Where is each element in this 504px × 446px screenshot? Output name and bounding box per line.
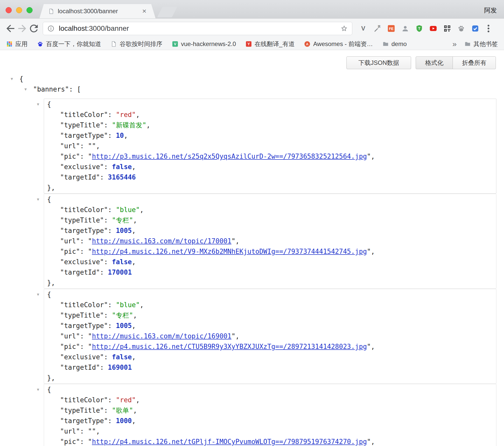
- json-line: "exclusive": false,: [44, 352, 496, 362]
- bookmark-item[interactable]: 谷歌按时间排序: [110, 40, 162, 48]
- json-line: "pic": "http://p4.music.126.net/V9-MXz6b…: [44, 246, 496, 257]
- json-url-link[interactable]: http://p4.music.126.net/V9-MXz6b2MNhEKju…: [92, 248, 367, 255]
- bookmark-label: 应用: [15, 40, 27, 48]
- json-line: "exclusive": false,: [44, 162, 496, 172]
- bookmarks-bar: 应用百度一下，你就知道谷歌按时间排序Vvue-hackernews-2.0Y在线…: [0, 38, 504, 50]
- translate-extension-icon[interactable]: 英: [372, 24, 382, 33]
- new-tab-button[interactable]: [157, 7, 177, 17]
- json-line: "url": "",: [44, 426, 496, 437]
- browser-tab[interactable]: localhost:3000/banner ×: [39, 4, 156, 18]
- address-bar[interactable]: localhost:3000/banner: [43, 22, 352, 35]
- vimium-extension-icon[interactable]: V: [358, 24, 368, 33]
- svg-text:V: V: [174, 42, 176, 46]
- json-line: ▼{: [44, 99, 496, 110]
- person-extension-icon[interactable]: [400, 24, 410, 33]
- svg-text:T: T: [418, 26, 421, 31]
- json-line: ▼"banners": [: [0, 84, 504, 95]
- youtube-extension-icon[interactable]: [428, 24, 438, 33]
- page-icon: [48, 8, 54, 14]
- json-line: "exclusive": false,: [44, 257, 496, 267]
- json-line: },: [44, 183, 496, 193]
- bookmark-item[interactable]: demo: [382, 40, 407, 48]
- reload-icon[interactable]: [28, 23, 40, 34]
- json-url-link[interactable]: http://music.163.com/m/topic/170001: [92, 237, 231, 245]
- bookmark-item[interactable]: 百度一下，你就知道: [37, 40, 101, 48]
- qr-extension-icon[interactable]: [442, 24, 452, 33]
- json-line: "pic": "http://p4.music.126.net/tGPljf-I…: [44, 437, 496, 446]
- forward-icon[interactable]: [16, 23, 28, 34]
- bookmark-label: 谷歌按时间排序: [120, 40, 162, 48]
- greenshield-extension-icon[interactable]: T: [414, 24, 424, 33]
- folder-icon: [464, 41, 471, 47]
- json-url-link[interactable]: http://music.163.com/m/topic/169001: [92, 332, 231, 340]
- vue-icon: V: [172, 41, 178, 47]
- json-line: "typeTitle": "新碟首发",: [44, 120, 496, 130]
- json-line: "titleColor": "blue",: [44, 300, 496, 310]
- collapse-toggle-icon[interactable]: ▼: [24, 84, 27, 95]
- browser-window: localhost:3000/banner × 阿发 localhost:300…: [0, 0, 504, 446]
- json-line: "targetId": 169001: [44, 362, 496, 373]
- collapse-toggle-icon[interactable]: ▼: [37, 194, 39, 205]
- star-icon[interactable]: [340, 25, 348, 32]
- json-line: ▼{: [44, 384, 496, 395]
- extensions-row: V英FET: [358, 24, 480, 33]
- menu-kebab-icon[interactable]: [483, 23, 494, 34]
- json-line: ▼{: [44, 289, 496, 300]
- fullscreen-window-icon[interactable]: [26, 7, 33, 13]
- youdao-icon: Y: [245, 41, 252, 47]
- awesomes-icon: A: [304, 41, 311, 47]
- json-object-block: ▼{"titleColor": "blue","typeTitle": "专栏"…: [44, 194, 496, 289]
- minimize-window-icon[interactable]: [16, 7, 22, 13]
- json-line: ▼{: [0, 74, 504, 84]
- close-window-icon[interactable]: [6, 7, 12, 13]
- json-tree: ▼{▼"banners": [▼{"titleColor": "red","ty…: [0, 74, 504, 446]
- window-controls: [6, 7, 33, 13]
- json-line: "pic": "http://p3.music.126.net/s25q2x5Q…: [44, 151, 496, 162]
- bookmarks-overflow-icon[interactable]: »: [452, 40, 457, 48]
- url-text[interactable]: localhost:3000/banner: [59, 24, 340, 33]
- bookmark-item[interactable]: 应用: [6, 40, 27, 48]
- paw-extension-icon[interactable]: [456, 24, 466, 33]
- tab-close-icon[interactable]: ×: [142, 8, 147, 15]
- json-line: },: [44, 278, 496, 288]
- collapse-toggle-icon[interactable]: ▼: [37, 384, 39, 395]
- format-segmented-control: 格式化 折叠所有: [416, 56, 496, 69]
- bookmark-label: Awesomes - 前端资…: [313, 40, 373, 48]
- other-bookmarks[interactable]: 其他书签: [464, 40, 498, 48]
- json-line: "typeTitle": "专栏",: [44, 215, 496, 226]
- json-line: "targetId": 170001: [44, 267, 496, 278]
- json-object-block: ▼{"titleColor": "blue","typeTitle": "专栏"…: [44, 289, 496, 384]
- json-object-block: ▼{"titleColor": "red","typeTitle": "新碟首发…: [44, 99, 496, 194]
- blueshield-extension-icon[interactable]: [470, 24, 480, 33]
- json-url-link[interactable]: http://p4.music.126.net/CTU5B9R9y3XyYBZX…: [92, 343, 367, 350]
- json-line: "targetType": 10,: [44, 130, 496, 141]
- browser-toolbar: localhost:3000/banner V英FET: [0, 19, 504, 38]
- collapse-toggle-icon[interactable]: ▼: [11, 74, 13, 84]
- apps-icon: [6, 41, 13, 47]
- bookmark-label: demo: [391, 40, 407, 48]
- json-url-link[interactable]: http://p4.music.126.net/tGPljf-IMOCyPvum…: [92, 438, 367, 445]
- json-line: "titleColor": "red",: [44, 395, 496, 405]
- bookmark-item[interactable]: Y在线翻译_有道: [245, 40, 295, 48]
- json-object-block: ▼{"titleColor": "red","typeTitle": "歌单",…: [44, 384, 496, 446]
- download-json-button[interactable]: 下载JSON数据: [346, 56, 411, 69]
- bookmark-item[interactable]: Vvue-hackernews-2.0: [172, 40, 236, 48]
- folder-icon: [382, 41, 389, 47]
- page-content: 下载JSON数据 格式化 折叠所有 ▼{▼"banners": [▼{"titl…: [0, 50, 504, 446]
- info-icon[interactable]: [47, 25, 55, 32]
- fehelper-extension-icon[interactable]: FE: [386, 24, 396, 33]
- baidu-icon: [37, 41, 44, 47]
- json-line: "titleColor": "blue",: [44, 205, 496, 215]
- bookmark-items: 应用百度一下，你就知道谷歌按时间排序Vvue-hackernews-2.0Y在线…: [6, 40, 416, 48]
- bookmark-item[interactable]: AAwesomes - 前端资…: [304, 40, 373, 48]
- collapse-all-button[interactable]: 折叠所有: [453, 56, 496, 69]
- json-url-link[interactable]: http://p3.music.126.net/s25q2x5QyqsAzilC…: [92, 153, 367, 160]
- collapse-toggle-icon[interactable]: ▼: [37, 99, 39, 110]
- collapse-toggle-icon[interactable]: ▼: [37, 289, 39, 300]
- doc-icon: [110, 41, 117, 47]
- json-line: "url": "http://music.163.com/m/topic/170…: [44, 236, 496, 246]
- back-icon[interactable]: [5, 23, 16, 34]
- profile-name[interactable]: 阿发: [484, 6, 497, 14]
- format-button[interactable]: 格式化: [416, 56, 453, 69]
- bookmark-label: 百度一下，你就知道: [46, 40, 101, 48]
